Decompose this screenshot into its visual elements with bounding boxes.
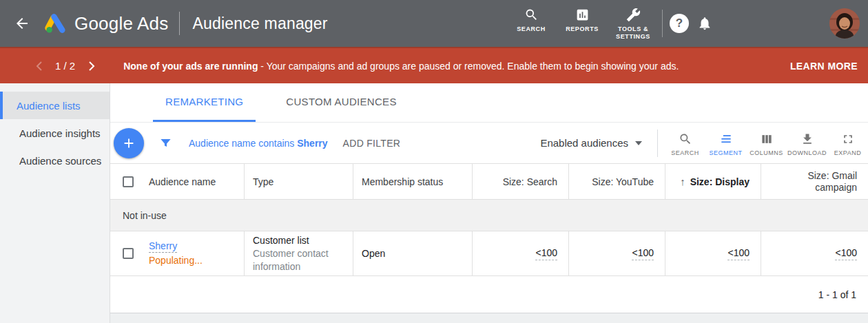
segment-icon: [719, 132, 733, 146]
cell-type: Customer list Customer contact informati…: [245, 231, 353, 275]
toolbar-divider: [657, 129, 658, 157]
sidebar-item-audience-sources[interactable]: Audience sources: [0, 147, 110, 174]
type-subtitle: Customer contact information: [253, 247, 344, 273]
expand-button[interactable]: EXPAND: [827, 129, 868, 156]
search-icon: [524, 8, 539, 22]
alert-bar: 1 / 2 None of your ads are running - You…: [0, 47, 868, 83]
row-checkbox[interactable]: [123, 248, 134, 259]
notifications-bell-icon[interactable]: [689, 16, 721, 31]
filter-funnel-icon[interactable]: [159, 136, 172, 149]
cell-size-youtube: <100: [569, 231, 665, 275]
arrow-left-icon: [14, 15, 30, 32]
pagination: 1 - 1 of 1: [110, 275, 868, 313]
alert-message-rest: - Your campaigns and ad groups are pause…: [260, 61, 679, 72]
sort-ascending-icon: ↑: [680, 176, 685, 187]
table-header-row: Audience name Type Membership status Siz…: [110, 163, 868, 200]
alert-message: None of your ads are running - Your camp…: [123, 61, 679, 72]
avatar[interactable]: [829, 8, 860, 39]
download-label: DOWNLOAD: [787, 149, 827, 156]
nav-reports[interactable]: REPORTS: [560, 6, 604, 33]
search-icon: [679, 132, 692, 146]
cell-membership-status: Open: [353, 231, 473, 275]
expand-icon: [841, 132, 855, 146]
alert-next-icon[interactable]: [83, 61, 100, 71]
nav-search[interactable]: SEARCH: [509, 6, 553, 33]
alert-page-indicator: 1 / 2: [55, 60, 75, 72]
header-size-youtube[interactable]: Size: YouTube: [569, 164, 665, 199]
download-button[interactable]: DOWNLOAD: [787, 129, 827, 156]
brand-name: Google Ads: [74, 13, 168, 34]
app-header: Google Ads Audience manager SEARCH REPOR…: [0, 0, 868, 47]
cell-size-display: <100: [665, 231, 761, 275]
header-type[interactable]: Type: [245, 164, 353, 199]
segment-label: SEGMENT: [709, 149, 742, 156]
nav-reports-label: REPORTS: [566, 25, 599, 33]
add-filter-button[interactable]: ADD FILTER: [343, 138, 401, 149]
main-panel: REMARKETING CUSTOM AUDIENCES Audience na…: [110, 83, 868, 323]
google-ads-logo-icon[interactable]: [44, 12, 68, 35]
nav-tools-settings-label: TOOLS & SETTINGS: [611, 25, 655, 41]
audience-view-label: Enabled audiences: [540, 137, 628, 149]
filter-prefix: Audience name contains: [189, 138, 297, 149]
page-background: [110, 313, 868, 323]
alert-prev-icon[interactable]: [30, 61, 47, 71]
filter-value: Sherry: [297, 138, 327, 149]
header-divider-2: [662, 10, 663, 37]
header-size-display[interactable]: ↑ Size: Display: [665, 164, 761, 199]
expand-label: EXPAND: [834, 149, 861, 156]
tab-custom-audiences[interactable]: CUSTOM AUDIENCES: [273, 83, 409, 122]
active-filter-chip[interactable]: Audience name contains Sherry: [189, 138, 328, 149]
toolbar: Audience name contains Sherry ADD FILTER…: [110, 123, 868, 163]
header-size-gmail[interactable]: Size: Gmail campaign: [761, 164, 868, 199]
header-membership-status[interactable]: Membership status: [353, 164, 473, 199]
type-title: Customer list: [253, 234, 309, 247]
select-all-checkbox[interactable]: [123, 176, 134, 187]
chevron-down-icon: [635, 141, 642, 145]
tab-remarketing[interactable]: REMARKETING: [153, 83, 256, 122]
wrench-icon: [626, 8, 641, 22]
header-size-search[interactable]: Size: Search: [473, 164, 569, 199]
alert-message-bold: None of your ads are running: [123, 61, 258, 72]
group-row-not-in-use: Not in-use: [110, 200, 868, 231]
nav-search-label: SEARCH: [517, 25, 546, 33]
download-icon: [800, 132, 814, 146]
table-row: Sherry Populating... Customer list Custo…: [110, 231, 868, 275]
plus-icon: [121, 136, 136, 151]
sidebar-item-audience-lists[interactable]: Audience lists: [0, 92, 110, 119]
add-audience-button[interactable]: [114, 128, 144, 158]
reports-icon: [575, 8, 590, 22]
back-button[interactable]: [6, 7, 39, 40]
table-search-button[interactable]: SEARCH: [665, 129, 705, 156]
header-nav: SEARCH REPORTS TOOLS & SETTINGS: [509, 6, 655, 41]
audience-view-dropdown[interactable]: Enabled audiences: [540, 137, 642, 149]
sidebar-item-audience-insights[interactable]: Audience insights: [0, 119, 110, 147]
cell-size-gmail: <100: [761, 231, 868, 275]
header-divider: [179, 12, 180, 35]
columns-icon: [760, 132, 774, 146]
page-title: Audience manager: [192, 14, 327, 33]
cell-audience-name: Sherry Populating...: [110, 231, 245, 275]
table-search-label: SEARCH: [671, 149, 699, 156]
learn-more-link[interactable]: LEARN MORE: [790, 61, 858, 72]
sidebar: Audience lists Audience insights Audienc…: [0, 83, 110, 323]
segment-button[interactable]: SEGMENT: [705, 129, 746, 156]
header-audience-name: Audience name: [110, 164, 245, 199]
populating-status: Populating...: [149, 255, 203, 266]
columns-label: COLUMNS: [750, 149, 783, 156]
columns-button[interactable]: COLUMNS: [746, 129, 787, 156]
help-icon[interactable]: ?: [670, 14, 689, 33]
cell-size-search: <100: [473, 231, 569, 275]
tab-strip: REMARKETING CUSTOM AUDIENCES: [110, 83, 868, 123]
nav-tools-settings[interactable]: TOOLS & SETTINGS: [611, 6, 655, 41]
audience-name-link[interactable]: Sherry: [149, 240, 177, 253]
